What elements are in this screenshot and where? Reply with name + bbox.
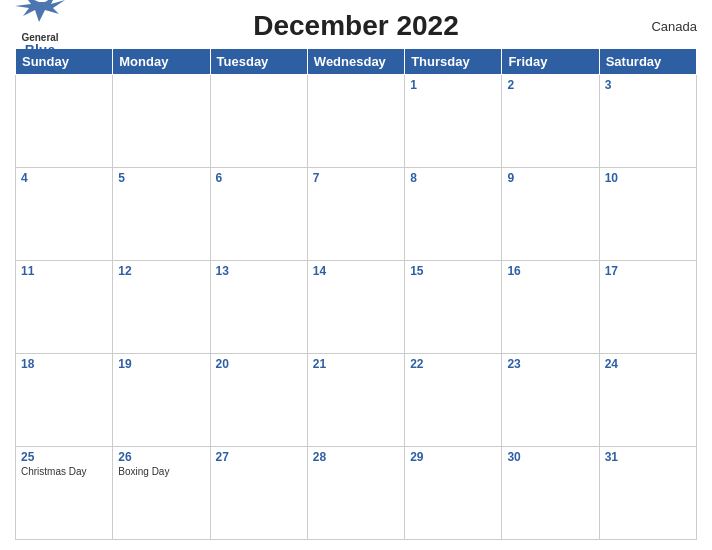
day-number: 25: [21, 450, 107, 464]
day-number: 10: [605, 171, 691, 185]
header-friday: Friday: [502, 49, 599, 75]
day-cell: 25Christmas Day: [16, 447, 113, 540]
day-number: 6: [216, 171, 302, 185]
page-title: December 2022: [253, 10, 458, 42]
day-cell: 12: [113, 261, 210, 354]
day-cell: 22: [405, 354, 502, 447]
week-row-4: 18192021222324: [16, 354, 697, 447]
day-cell: 18: [16, 354, 113, 447]
day-number: 5: [118, 171, 204, 185]
day-number: 26: [118, 450, 204, 464]
header-wednesday: Wednesday: [307, 49, 404, 75]
day-number: 9: [507, 171, 593, 185]
day-cell: 30: [502, 447, 599, 540]
day-number: 11: [21, 264, 107, 278]
day-cell: 17: [599, 261, 696, 354]
day-cell: [16, 75, 113, 168]
day-cell: 31: [599, 447, 696, 540]
day-cell: 14: [307, 261, 404, 354]
day-number: 3: [605, 78, 691, 92]
day-cell: [113, 75, 210, 168]
day-cell: 16: [502, 261, 599, 354]
day-number: 31: [605, 450, 691, 464]
day-cell: 29: [405, 447, 502, 540]
holiday-label: Boxing Day: [118, 466, 204, 477]
week-row-3: 11121314151617: [16, 261, 697, 354]
day-number: 19: [118, 357, 204, 371]
day-cell: 15: [405, 261, 502, 354]
header-thursday: Thursday: [405, 49, 502, 75]
day-number: 4: [21, 171, 107, 185]
header-saturday: Saturday: [599, 49, 696, 75]
day-cell: 23: [502, 354, 599, 447]
day-number: 12: [118, 264, 204, 278]
day-cell: 11: [16, 261, 113, 354]
day-number: 29: [410, 450, 496, 464]
day-cell: [210, 75, 307, 168]
day-cell: 4: [16, 168, 113, 261]
calendar-header: General Blue December 2022 Canada: [15, 10, 697, 42]
day-number: 15: [410, 264, 496, 278]
day-number: 22: [410, 357, 496, 371]
day-cell: 2: [502, 75, 599, 168]
calendar-table: Sunday Monday Tuesday Wednesday Thursday…: [15, 48, 697, 540]
holiday-label: Christmas Day: [21, 466, 107, 477]
day-number: 17: [605, 264, 691, 278]
day-number: 24: [605, 357, 691, 371]
day-number: 1: [410, 78, 496, 92]
svg-marker-0: [15, 0, 65, 22]
day-number: 8: [410, 171, 496, 185]
day-cell: 21: [307, 354, 404, 447]
logo: General Blue: [15, 0, 65, 58]
day-cell: 27: [210, 447, 307, 540]
day-cell: 13: [210, 261, 307, 354]
day-cell: 9: [502, 168, 599, 261]
day-number: 27: [216, 450, 302, 464]
logo-blue-label: Blue: [25, 42, 55, 58]
day-cell: 7: [307, 168, 404, 261]
day-number: 20: [216, 357, 302, 371]
weekday-header-row: Sunday Monday Tuesday Wednesday Thursday…: [16, 49, 697, 75]
day-number: 18: [21, 357, 107, 371]
day-number: 14: [313, 264, 399, 278]
day-number: 30: [507, 450, 593, 464]
day-cell: 26Boxing Day: [113, 447, 210, 540]
day-cell: 6: [210, 168, 307, 261]
day-cell: 3: [599, 75, 696, 168]
day-cell: 1: [405, 75, 502, 168]
day-number: 2: [507, 78, 593, 92]
week-row-1: 123: [16, 75, 697, 168]
header-tuesday: Tuesday: [210, 49, 307, 75]
day-cell: 19: [113, 354, 210, 447]
day-number: 23: [507, 357, 593, 371]
country-label: Canada: [651, 19, 697, 34]
day-number: 7: [313, 171, 399, 185]
week-row-2: 45678910: [16, 168, 697, 261]
day-number: 28: [313, 450, 399, 464]
day-cell: 24: [599, 354, 696, 447]
logo-general-text: [15, 0, 65, 31]
header-monday: Monday: [113, 49, 210, 75]
day-cell: 8: [405, 168, 502, 261]
week-row-5: 25Christmas Day26Boxing Day2728293031: [16, 447, 697, 540]
day-number: 21: [313, 357, 399, 371]
day-cell: 5: [113, 168, 210, 261]
day-cell: 20: [210, 354, 307, 447]
day-number: 13: [216, 264, 302, 278]
day-cell: [307, 75, 404, 168]
day-cell: 10: [599, 168, 696, 261]
day-number: 16: [507, 264, 593, 278]
day-cell: 28: [307, 447, 404, 540]
